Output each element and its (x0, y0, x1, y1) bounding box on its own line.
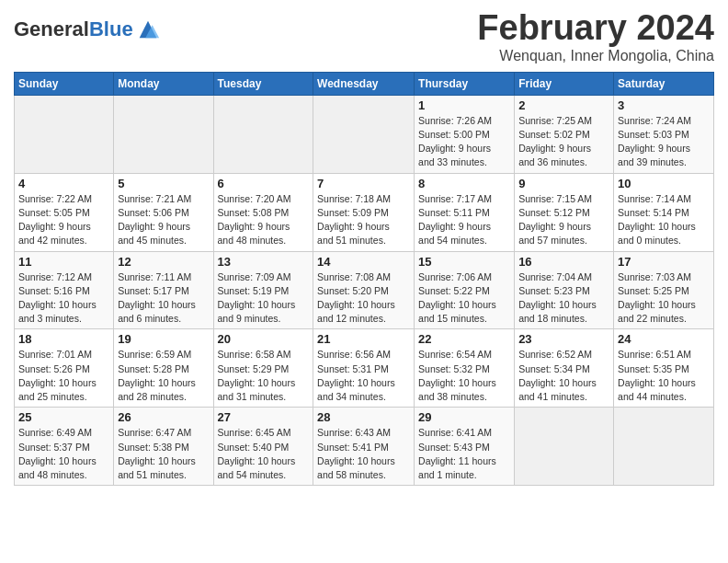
calendar-cell: 21Sunrise: 6:56 AM Sunset: 5:31 PM Dayli… (313, 329, 415, 408)
day-detail: Sunrise: 7:18 AM Sunset: 5:09 PM Dayligh… (317, 192, 410, 248)
day-detail: Sunrise: 7:20 AM Sunset: 5:08 PM Dayligh… (218, 192, 310, 248)
day-number: 19 (118, 332, 209, 346)
day-number: 12 (118, 255, 209, 269)
day-number: 28 (317, 410, 410, 424)
logo-icon (135, 17, 161, 42)
day-number: 25 (18, 410, 109, 424)
calendar-cell (313, 95, 415, 173)
calendar-header: Sunday Monday Tuesday Wednesday Thursday… (15, 72, 714, 95)
title-block: February 2024 Wenquan, Inner Mongolia, C… (477, 9, 714, 64)
day-detail: Sunrise: 6:51 AM Sunset: 5:35 PM Dayligh… (618, 348, 710, 404)
day-detail: Sunrise: 7:01 AM Sunset: 5:26 PM Dayligh… (18, 348, 109, 404)
day-number: 2 (518, 98, 609, 112)
calendar-week-5: 25Sunrise: 6:49 AM Sunset: 5:37 PM Dayli… (15, 408, 714, 486)
calendar-cell: 26Sunrise: 6:47 AM Sunset: 5:38 PM Dayli… (114, 408, 213, 486)
day-number: 21 (317, 332, 410, 346)
day-number: 11 (18, 255, 109, 269)
day-number: 9 (518, 177, 609, 190)
day-number: 1 (418, 98, 510, 112)
day-detail: Sunrise: 7:26 AM Sunset: 5:00 PM Dayligh… (418, 114, 510, 170)
calendar-cell: 22Sunrise: 6:54 AM Sunset: 5:32 PM Dayli… (415, 329, 515, 408)
calendar-cell: 12Sunrise: 7:11 AM Sunset: 5:17 PM Dayli… (114, 251, 213, 329)
day-detail: Sunrise: 7:24 AM Sunset: 5:03 PM Dayligh… (618, 114, 710, 170)
day-number: 23 (518, 332, 609, 346)
calendar-cell: 10Sunrise: 7:14 AM Sunset: 5:14 PM Dayli… (614, 173, 714, 251)
calendar-cell: 7Sunrise: 7:18 AM Sunset: 5:09 PM Daylig… (313, 173, 415, 251)
calendar-cell: 17Sunrise: 7:03 AM Sunset: 5:25 PM Dayli… (614, 251, 714, 329)
day-number: 4 (18, 177, 109, 190)
day-detail: Sunrise: 7:09 AM Sunset: 5:19 PM Dayligh… (218, 270, 310, 327)
calendar-cell (515, 408, 614, 486)
calendar-cell (15, 95, 114, 173)
calendar-cell: 19Sunrise: 6:59 AM Sunset: 5:28 PM Dayli… (114, 329, 213, 408)
calendar-cell: 14Sunrise: 7:08 AM Sunset: 5:20 PM Dayli… (313, 251, 415, 329)
day-detail: Sunrise: 7:03 AM Sunset: 5:25 PM Dayligh… (618, 270, 710, 327)
logo: GeneralBlue (14, 17, 161, 42)
calendar-cell (114, 95, 213, 173)
day-detail: Sunrise: 6:43 AM Sunset: 5:41 PM Dayligh… (317, 426, 410, 482)
calendar-cell: 27Sunrise: 6:45 AM Sunset: 5:40 PM Dayli… (213, 408, 313, 486)
day-detail: Sunrise: 6:59 AM Sunset: 5:28 PM Dayligh… (118, 348, 209, 404)
calendar-cell: 8Sunrise: 7:17 AM Sunset: 5:11 PM Daylig… (415, 173, 515, 251)
col-wednesday: Wednesday (313, 72, 415, 95)
calendar-cell: 5Sunrise: 7:21 AM Sunset: 5:06 PM Daylig… (114, 173, 213, 251)
day-detail: Sunrise: 6:52 AM Sunset: 5:34 PM Dayligh… (518, 348, 609, 404)
day-number: 5 (118, 177, 209, 190)
col-monday: Monday (114, 72, 213, 95)
calendar-cell: 3Sunrise: 7:24 AM Sunset: 5:03 PM Daylig… (614, 95, 714, 173)
day-number: 27 (218, 410, 310, 424)
day-detail: Sunrise: 6:41 AM Sunset: 5:43 PM Dayligh… (418, 426, 510, 482)
day-detail: Sunrise: 7:15 AM Sunset: 5:12 PM Dayligh… (518, 192, 609, 248)
day-number: 24 (618, 332, 710, 346)
calendar-cell: 28Sunrise: 6:43 AM Sunset: 5:41 PM Dayli… (313, 408, 415, 486)
calendar-cell: 18Sunrise: 7:01 AM Sunset: 5:26 PM Dayli… (15, 329, 114, 408)
calendar-cell: 1Sunrise: 7:26 AM Sunset: 5:00 PM Daylig… (415, 95, 515, 173)
calendar-cell: 20Sunrise: 6:58 AM Sunset: 5:29 PM Dayli… (213, 329, 313, 408)
day-detail: Sunrise: 7:17 AM Sunset: 5:11 PM Dayligh… (418, 192, 510, 248)
calendar-cell (213, 95, 313, 173)
col-thursday: Thursday (415, 72, 515, 95)
calendar-cell: 23Sunrise: 6:52 AM Sunset: 5:34 PM Dayli… (515, 329, 614, 408)
page-header: GeneralBlue February 2024 Wenquan, Inner… (14, 9, 714, 64)
day-detail: Sunrise: 7:21 AM Sunset: 5:06 PM Dayligh… (118, 192, 209, 248)
calendar-cell: 6Sunrise: 7:20 AM Sunset: 5:08 PM Daylig… (213, 173, 313, 251)
day-number: 7 (317, 177, 410, 190)
calendar-cell: 4Sunrise: 7:22 AM Sunset: 5:05 PM Daylig… (15, 173, 114, 251)
calendar-cell: 13Sunrise: 7:09 AM Sunset: 5:19 PM Dayli… (213, 251, 313, 329)
day-number: 20 (218, 332, 310, 346)
calendar-week-2: 4Sunrise: 7:22 AM Sunset: 5:05 PM Daylig… (15, 173, 714, 251)
calendar-cell: 24Sunrise: 6:51 AM Sunset: 5:35 PM Dayli… (614, 329, 714, 408)
col-tuesday: Tuesday (213, 72, 313, 95)
calendar-cell: 11Sunrise: 7:12 AM Sunset: 5:16 PM Dayli… (15, 251, 114, 329)
day-number: 3 (618, 98, 710, 112)
day-detail: Sunrise: 7:11 AM Sunset: 5:17 PM Dayligh… (118, 270, 209, 327)
day-number: 10 (618, 177, 710, 190)
month-title: February 2024 (477, 9, 714, 48)
day-number: 8 (418, 177, 510, 190)
day-number: 17 (618, 255, 710, 269)
day-detail: Sunrise: 7:06 AM Sunset: 5:22 PM Dayligh… (418, 270, 510, 327)
logo-general-text: General (14, 17, 89, 40)
calendar-week-1: 1Sunrise: 7:26 AM Sunset: 5:00 PM Daylig… (15, 95, 714, 173)
day-number: 22 (418, 332, 510, 346)
calendar-cell: 9Sunrise: 7:15 AM Sunset: 5:12 PM Daylig… (515, 173, 614, 251)
day-detail: Sunrise: 6:45 AM Sunset: 5:40 PM Dayligh… (218, 426, 310, 482)
calendar-body: 1Sunrise: 7:26 AM Sunset: 5:00 PM Daylig… (15, 95, 714, 485)
col-saturday: Saturday (614, 72, 714, 95)
header-row: Sunday Monday Tuesday Wednesday Thursday… (15, 72, 714, 95)
day-detail: Sunrise: 7:08 AM Sunset: 5:20 PM Dayligh… (317, 270, 410, 327)
col-friday: Friday (515, 72, 614, 95)
calendar-week-4: 18Sunrise: 7:01 AM Sunset: 5:26 PM Dayli… (15, 329, 714, 408)
day-detail: Sunrise: 6:58 AM Sunset: 5:29 PM Dayligh… (218, 348, 310, 404)
day-detail: Sunrise: 7:04 AM Sunset: 5:23 PM Dayligh… (518, 270, 609, 327)
col-sunday: Sunday (15, 72, 114, 95)
day-detail: Sunrise: 7:25 AM Sunset: 5:02 PM Dayligh… (518, 114, 609, 170)
day-detail: Sunrise: 7:22 AM Sunset: 5:05 PM Dayligh… (18, 192, 109, 248)
day-number: 14 (317, 255, 410, 269)
calendar-week-3: 11Sunrise: 7:12 AM Sunset: 5:16 PM Dayli… (15, 251, 714, 329)
day-detail: Sunrise: 6:56 AM Sunset: 5:31 PM Dayligh… (317, 348, 410, 404)
day-detail: Sunrise: 7:12 AM Sunset: 5:16 PM Dayligh… (18, 270, 109, 327)
calendar-cell: 15Sunrise: 7:06 AM Sunset: 5:22 PM Dayli… (415, 251, 515, 329)
calendar-cell (614, 408, 714, 486)
day-number: 16 (518, 255, 609, 269)
